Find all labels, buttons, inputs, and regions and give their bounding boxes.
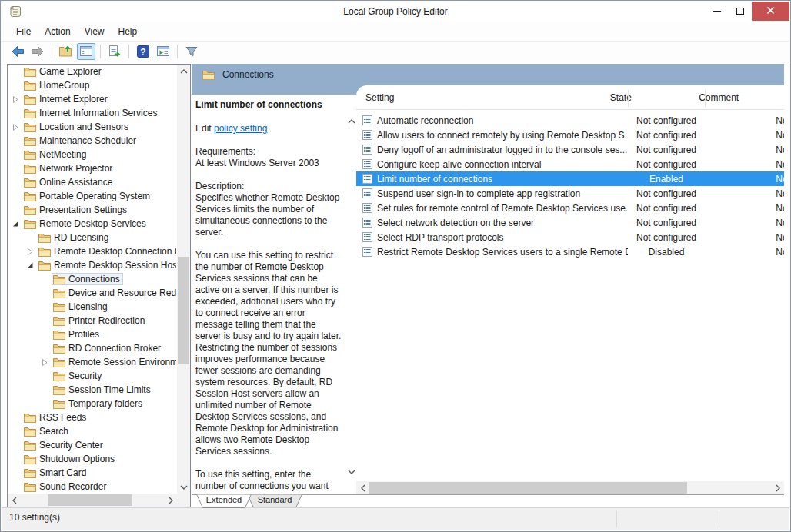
scroll-down-icon[interactable] [177,480,190,494]
tree-item-body[interactable]: Session Time Limits [52,384,154,396]
tree-item-body[interactable]: RD Connection Broker [52,342,164,354]
maximize-button[interactable] [729,2,752,21]
tree-horizontal-scrollbar[interactable] [8,494,177,507]
tree-item-game-explorer[interactable]: Game Explorer [8,65,177,78]
up-one-level-icon[interactable] [57,43,75,60]
tree-item-internet-explorer[interactable]: Internet Explorer [8,92,177,106]
forward-icon[interactable] [28,43,47,60]
tree-item-remote-desktop-services[interactable]: Remote Desktop Services [8,217,177,231]
tree-item-body[interactable]: Remote Desktop Connection C [37,245,177,258]
expander-expanded-icon[interactable] [9,221,22,228]
tree-item-connections[interactable]: Connections [8,272,177,286]
tree-item-security[interactable]: Security [8,369,177,383]
expander-expanded-icon[interactable] [24,262,37,269]
list-row-suspend-user-sign-in-to-complete-app-reg[interactable]: Suspend user sign-in to complete app reg… [356,186,784,201]
list-row-automatic-reconnection[interactable]: Automatic reconnectionNot configuredNo [356,113,784,128]
tree-item-network-projector[interactable]: Network Projector [8,161,177,175]
tree-item-body[interactable]: Presentation Settings [22,204,130,216]
description-scroll-up-icon[interactable] [346,116,357,127]
tree-item-body[interactable]: Search [22,425,72,437]
scroll-left-icon[interactable] [356,481,369,494]
tree-vertical-scrollbar[interactable] [177,65,190,494]
list-horizontal-scrollbar[interactable] [356,481,784,494]
tree-hscroll-thumb[interactable] [48,494,132,506]
menu-item-file[interactable]: File [9,23,38,40]
tree-selected-item[interactable]: Connections [52,273,123,285]
tree-item-shutdown-options[interactable]: Shutdown Options [8,452,177,466]
help-icon[interactable]: ? [134,43,152,60]
tree-item-body[interactable]: NetMeeting [22,148,89,161]
tree-item-sound-recorder[interactable]: Sound Recorder [8,480,177,494]
tree-item-netmeeting[interactable]: NetMeeting [8,148,177,161]
expander-collapsed-icon[interactable] [24,248,37,255]
tree-item-body[interactable]: HomeGroup [22,79,92,91]
tree-item-body[interactable]: Licensing [52,301,111,313]
tree-item-body[interactable]: Game Explorer [22,65,105,78]
tree-vscroll-thumb[interactable] [178,257,189,364]
close-button[interactable] [752,2,789,21]
list-row-limit-number-of-connections[interactable]: Limit number of connectionsEnabledNo [356,171,784,186]
tree-item-remote-desktop-session-host[interactable]: Remote Desktop Session Host [8,258,177,272]
list-row-restrict-remote-desktop-services-users-t[interactable]: Restrict Remote Desktop Services users t… [356,244,784,259]
menu-item-help[interactable]: Help [112,23,145,40]
new-window-icon[interactable] [154,43,172,60]
tree-item-body[interactable]: RSS Feeds [22,411,89,424]
tree-item-location-and-sensors[interactable]: Location and Sensors [8,120,177,134]
policy-setting-link[interactable]: policy setting [214,123,267,134]
expander-collapsed-icon[interactable] [38,359,52,366]
menu-item-action[interactable]: Action [38,23,77,40]
list-row-select-network-detection-on-the-server[interactable]: Select network detection on the serverNo… [356,215,784,230]
tree-item-body[interactable]: Maintenance Scheduler [22,135,139,147]
tree-item-body[interactable]: Device and Resource Redire [52,287,177,299]
tree-item-session-time-limits[interactable]: Session Time Limits [8,383,177,397]
tree-item-remote-session-environme[interactable]: Remote Session Environme [8,355,177,369]
description-scroll-down-icon[interactable] [346,467,357,477]
tree-item-search[interactable]: Search [8,424,177,438]
scroll-up-icon[interactable] [177,65,190,78]
tree-item-body[interactable]: Shutdown Options [22,453,118,465]
tree-item-smart-card[interactable]: Smart Card [8,466,177,480]
tree-item-internet-information-services[interactable]: Internet Information Services [8,106,177,120]
tree-item-online-assistance[interactable]: Online Assistance [8,175,177,189]
tree-item-body[interactable]: Remote Desktop Services [22,218,149,230]
tree-item-body[interactable]: Profiles [52,328,102,341]
expander-collapsed-icon[interactable] [9,124,22,131]
scroll-right-icon[interactable] [164,494,177,507]
minimize-button[interactable] [706,2,729,21]
tree-item-body[interactable]: Network Projector [22,162,115,175]
tab-extended[interactable]: Extended [196,494,252,508]
tree-item-rd-connection-broker[interactable]: RD Connection Broker [8,341,177,355]
tree-item-presentation-settings[interactable]: Presentation Settings [8,203,177,217]
tree-item-body[interactable]: Temporary folders [52,397,145,410]
tree-item-rd-licensing[interactable]: RD Licensing [8,231,177,244]
list-row-allow-users-to-connect-remotely-by-using[interactable]: Allow users to connect remotely by using… [356,128,784,142]
list-row-select-rdp-transport-protocols[interactable]: Select RDP transport protocolsNot config… [356,230,784,244]
scroll-left-icon[interactable] [8,494,21,507]
back-icon[interactable] [8,43,27,60]
list-row-deny-logoff-of-an-administrator-logged-i[interactable]: Deny logoff of an administrator logged i… [356,142,784,157]
tree-item-body[interactable]: Sound Recorder [22,480,109,493]
column-header-setting[interactable]: Setting [356,92,588,103]
tree-item-body[interactable]: Remote Desktop Session Host [37,259,177,271]
list-row-configure-keep-alive-connection-interval[interactable]: Configure keep-alive connection interval… [356,157,784,171]
tree-item-rss-feeds[interactable]: RSS Feeds [8,411,177,424]
tree-item-body[interactable]: Online Assistance [22,176,115,188]
filter-icon[interactable] [182,43,201,60]
tree-item-body[interactable]: Location and Sensors [22,121,132,133]
tree-item-body[interactable]: RD Licensing [37,231,112,244]
tree-item-licensing[interactable]: Licensing [8,300,177,314]
tree-item-portable-operating-system[interactable]: Portable Operating System [8,189,177,203]
tree-item-printer-redirection[interactable]: Printer Redirection [8,314,177,328]
tree-item-body[interactable]: Internet Explorer [22,93,111,105]
list-row-set-rules-for-remote-control-of-remote-d[interactable]: Set rules for remote control of Remote D… [356,201,784,215]
tree-item-body[interactable]: Security Center [22,439,106,451]
show-console-tree-icon[interactable] [77,43,95,60]
export-list-icon[interactable] [105,43,124,60]
tree-item-security-center[interactable]: Security Center [8,438,177,452]
tree-item-body[interactable]: Portable Operating System [22,190,153,202]
tree-item-maintenance-scheduler[interactable]: Maintenance Scheduler [8,134,177,148]
tree-item-temporary-folders[interactable]: Temporary folders [8,397,177,411]
tree-item-homegroup[interactable]: HomeGroup [8,78,177,92]
tree-item-body[interactable]: Printer Redirection [52,314,148,327]
tree-item-device-and-resource-redire[interactable]: Device and Resource Redire [8,286,177,300]
